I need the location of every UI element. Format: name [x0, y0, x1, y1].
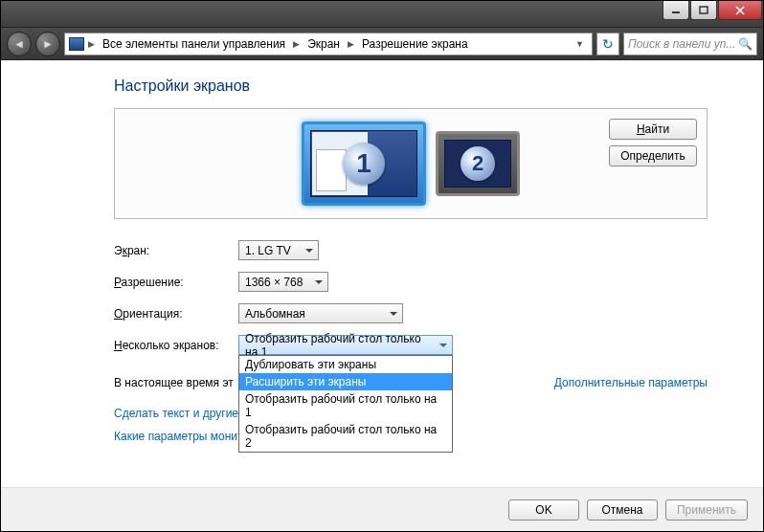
monitor-2-number: 2 — [461, 146, 495, 181]
row-screen: Экран: 1. LG TV — [114, 240, 708, 260]
titlebar — [1, 1, 763, 28]
maximize-button[interactable] — [690, 1, 717, 20]
chevron-right-icon: ▶ — [88, 39, 95, 49]
select-orientation[interactable]: Альбомная — [238, 303, 403, 323]
row-multiple-displays: Несколько экранов: Отобразить рабочий ст… — [114, 335, 708, 355]
svg-rect-0 — [672, 11, 680, 13]
label-multiple-displays: Несколько экранов: — [114, 339, 238, 352]
label-resolution: Разрешение: — [114, 276, 238, 289]
svg-rect-1 — [700, 7, 708, 13]
content-area: Настройки экранов 1 2 ННайтиайти Определ… — [1, 60, 763, 487]
forward-button[interactable]: ► — [35, 32, 60, 56]
refresh-button[interactable]: ↻ — [596, 33, 619, 55]
row-resolution: Разрешение: 1366 × 768 — [114, 272, 708, 292]
back-button[interactable]: ◄ — [7, 32, 32, 56]
search-icon: 🔍 — [738, 37, 753, 51]
dropdown-option[interactable]: Отобразить рабочий стол только на 1 — [239, 390, 452, 421]
breadcrumb-resolution[interactable]: Разрешение экрана — [358, 35, 472, 53]
address-dropdown-icon[interactable]: ▼ — [572, 39, 588, 49]
select-resolution[interactable]: 1366 × 768 — [238, 272, 328, 292]
select-multiple-displays[interactable]: Отобразить рабочий стол только на 1 — [238, 335, 453, 355]
label-screen: Экран: — [114, 244, 238, 257]
cancel-button[interactable]: Отмена — [587, 499, 658, 521]
dropdown-option[interactable]: Дублировать эти экраны — [239, 356, 452, 373]
footer: OK Отмена Применить — [1, 487, 763, 531]
search-input[interactable]: Поиск в панели уп... 🔍 — [623, 33, 757, 55]
window: ◄ ► ▶ Все элементы панели управления ▶ Э… — [0, 0, 764, 532]
ok-button[interactable]: OK — [508, 499, 579, 521]
find-button[interactable]: ННайтиайти — [609, 119, 697, 140]
main-monitor-text: В настоящее время эт — [114, 376, 234, 389]
monitor-1-number: 1 — [343, 143, 385, 185]
chevron-right-icon: ▶ — [293, 39, 300, 49]
select-screen[interactable]: 1. LG TV — [238, 240, 319, 260]
dropdown-option[interactable]: Расширить эти экраны — [239, 373, 452, 390]
row-orientation: Ориентация: Альбомная — [114, 303, 708, 323]
dropdown-option[interactable]: Отобразить рабочий стол только на 2 — [239, 421, 452, 452]
search-placeholder: Поиск в панели уп... — [628, 37, 735, 51]
navbar: ◄ ► ▶ Все элементы панели управления ▶ Э… — [1, 28, 763, 60]
detect-button[interactable]: Определить — [609, 145, 697, 166]
monitor-1[interactable]: 1 — [302, 122, 426, 206]
apply-button[interactable]: Применить — [665, 499, 748, 521]
page-title: Настройки экранов — [114, 78, 708, 95]
monitor-preview-box: 1 2 ННайтиайти Определить — [114, 108, 708, 219]
breadcrumb-screen[interactable]: Экран — [303, 35, 344, 53]
link-advanced-params[interactable]: Дополнительные параметры — [554, 376, 708, 389]
monitor-side-buttons: ННайтиайти Определить — [609, 119, 697, 166]
chevron-right-icon: ▶ — [348, 39, 354, 49]
breadcrumb-root[interactable]: Все элементы панели управления — [99, 35, 289, 53]
close-button[interactable] — [718, 1, 762, 20]
label-orientation: Ориентация: — [114, 307, 238, 321]
control-panel-icon — [69, 37, 84, 51]
monitor-2[interactable]: 2 — [436, 131, 520, 196]
dropdown-multiple-displays: Дублировать эти экраны Расширить эти экр… — [238, 355, 453, 453]
minimize-button[interactable] — [663, 1, 689, 20]
address-bar[interactable]: ▶ Все элементы панели управления ▶ Экран… — [64, 33, 593, 55]
